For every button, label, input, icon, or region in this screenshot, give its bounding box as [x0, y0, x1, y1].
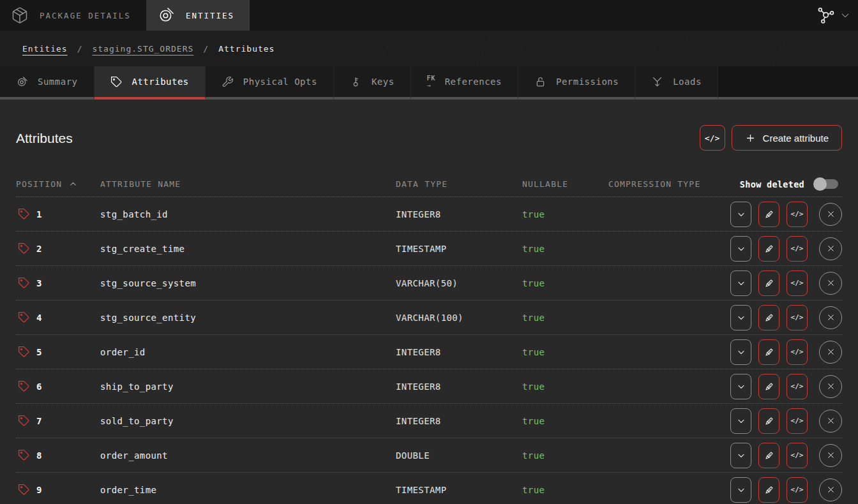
show-deleted-label: Show deleted	[740, 179, 804, 189]
attribute-code-button[interactable]: </>	[786, 408, 808, 434]
chevron-down-icon[interactable]	[840, 10, 850, 20]
code-icon: </>	[791, 348, 804, 356]
delete-attribute-button[interactable]	[819, 272, 842, 295]
chevron-down-icon	[736, 382, 746, 392]
edit-attribute-button[interactable]	[758, 202, 779, 227]
tab-label: Permissions	[556, 77, 619, 87]
edit-attribute-button[interactable]	[758, 271, 779, 296]
delete-attribute-button[interactable]	[819, 341, 842, 364]
delete-attribute-button[interactable]	[819, 203, 842, 226]
attribute-code-button[interactable]: </>	[786, 202, 808, 227]
tag-icon	[110, 76, 123, 88]
tab-summary[interactable]: Summary	[0, 66, 94, 100]
row-actions: </>	[730, 477, 842, 503]
row-actions: </>	[730, 339, 842, 365]
tab-keys[interactable]: Keys	[334, 66, 411, 100]
topbar-tab-package-details[interactable]: PACKAGE DETAILS	[0, 0, 146, 31]
column-header-compression-type[interactable]: COMPRESSION TYPE	[608, 179, 740, 189]
delete-attribute-button[interactable]	[819, 410, 842, 433]
expand-row-button[interactable]	[730, 305, 751, 330]
tab-permissions[interactable]: Permissions	[518, 66, 635, 100]
data-type: VARCHAR(100)	[396, 313, 522, 323]
edit-attribute-button[interactable]	[758, 236, 779, 262]
x-icon	[826, 313, 836, 322]
attribute-code-button[interactable]: </>	[786, 236, 808, 262]
x-icon	[826, 244, 836, 253]
expand-row-button[interactable]	[730, 202, 751, 227]
nullable-value: true	[522, 485, 608, 495]
edit-attribute-button[interactable]	[758, 305, 779, 330]
table-row: 4 stg_source_entity VARCHAR(100) true	[16, 300, 842, 335]
chevron-down-icon	[736, 278, 746, 288]
breadcrumb: Entities / staging.STG_ORDERS / Attribut…	[0, 31, 858, 66]
tag-icon	[18, 484, 30, 496]
x-icon	[826, 485, 836, 494]
tab-physical-opts[interactable]: Physical Opts	[206, 66, 334, 100]
expand-row-button[interactable]	[730, 374, 751, 399]
code-icon: </>	[791, 485, 804, 494]
row-actions: </>	[730, 408, 842, 434]
key-icon	[350, 76, 362, 88]
position-value: 4	[36, 313, 42, 323]
table-row: 1 stg_batch_id INTEGER8 true	[16, 197, 842, 232]
entity-tab-strip: Summary Attributes Physical Opts Keys FK…	[0, 66, 858, 100]
position-cell: 9	[16, 484, 100, 496]
view-code-button[interactable]: </>	[700, 125, 725, 151]
column-header-nullable[interactable]: NULLABLE	[522, 179, 608, 189]
column-header-attribute-name[interactable]: ATTRIBUTE NAME	[100, 179, 396, 189]
data-type: DOUBLE	[396, 450, 522, 461]
expand-row-button[interactable]	[730, 339, 751, 365]
entity-orbit-icon	[16, 76, 28, 88]
attribute-code-button[interactable]: </>	[786, 443, 808, 468]
expand-row-button[interactable]	[730, 271, 751, 296]
tab-references[interactable]: FK→ References	[411, 66, 518, 100]
code-icon: </>	[791, 210, 804, 218]
wrench-icon	[222, 76, 234, 88]
expand-row-button[interactable]	[730, 236, 751, 262]
network-icon[interactable]	[816, 6, 835, 25]
topbar-tab-label: PACKAGE DETAILS	[40, 11, 131, 20]
page-title: Attributes	[16, 129, 73, 147]
tag-icon	[18, 380, 30, 392]
position-value: 9	[36, 485, 42, 495]
expand-row-button[interactable]	[730, 408, 751, 434]
delete-attribute-button[interactable]	[819, 306, 842, 329]
attribute-code-button[interactable]: </>	[786, 305, 808, 330]
column-header-position[interactable]: POSITION	[16, 179, 100, 189]
position-cell: 2	[16, 242, 100, 255]
attribute-code-button[interactable]: </>	[786, 271, 808, 296]
tab-loads[interactable]: Loads	[635, 66, 718, 100]
plus-icon	[745, 133, 756, 144]
expand-row-button[interactable]	[730, 443, 751, 468]
attribute-code-button[interactable]: </>	[786, 339, 808, 365]
edit-attribute-button[interactable]	[758, 374, 779, 399]
x-icon	[826, 382, 836, 391]
delete-attribute-button[interactable]	[819, 444, 842, 467]
show-deleted-toggle[interactable]	[815, 179, 838, 189]
row-actions: </>	[730, 202, 842, 227]
tab-label: References	[445, 77, 502, 87]
edit-attribute-button[interactable]	[758, 443, 779, 468]
breadcrumb-separator: /	[203, 44, 209, 54]
edit-attribute-button[interactable]	[758, 477, 779, 503]
breadcrumb-link-entity[interactable]: staging.STG_ORDERS	[92, 44, 193, 54]
edit-attribute-button[interactable]	[758, 339, 779, 365]
position-value: 3	[36, 278, 42, 288]
table-header-controls: Show deleted	[740, 179, 842, 189]
create-attribute-button[interactable]: Create attribute	[732, 125, 842, 151]
breadcrumb-link-entities[interactable]: Entities	[22, 44, 68, 54]
topbar-tab-entities[interactable]: ENTITIES	[146, 0, 250, 31]
pen-icon	[764, 209, 774, 219]
delete-attribute-button[interactable]	[819, 375, 842, 398]
position-cell: 8	[16, 449, 100, 461]
edit-attribute-button[interactable]	[758, 408, 779, 434]
data-type: INTEGER8	[396, 416, 522, 426]
attribute-code-button[interactable]: </>	[786, 374, 808, 399]
delete-attribute-button[interactable]	[819, 478, 842, 501]
column-header-data-type[interactable]: DATA TYPE	[396, 179, 522, 189]
delete-attribute-button[interactable]	[819, 237, 842, 260]
breadcrumb-current: Attributes	[218, 44, 275, 54]
tab-attributes[interactable]: Attributes	[94, 66, 206, 100]
attribute-code-button[interactable]: </>	[786, 477, 808, 503]
expand-row-button[interactable]	[730, 477, 751, 503]
